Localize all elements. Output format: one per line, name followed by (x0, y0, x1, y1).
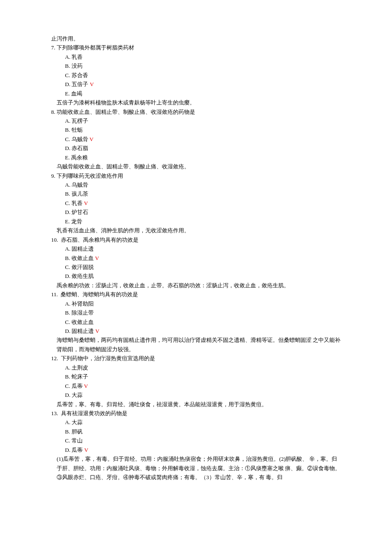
option-text: 大蒜 (72, 392, 83, 398)
option-label: B. (65, 428, 72, 435)
option-line: D. 瓜蒂 V (65, 445, 341, 454)
option-line: A. 瓦楞子 (65, 116, 341, 125)
option-text: 乌贼骨 (72, 136, 88, 142)
question-stem: 9. 下列哪味药无收涩敛疮作用 (51, 171, 341, 180)
option-text: 没药 (72, 63, 83, 69)
option-text: 孩儿茶 (72, 191, 88, 197)
option-line: C. 乌贼骨 V (65, 135, 341, 144)
option-label: A. (65, 301, 72, 307)
explanation-text: 禹余粮的功效：涩肠止泻，收敛止血，止带。赤石脂的功效：涩肠止泻，收敛止血，敛疮生… (57, 281, 341, 290)
option-text: 瓜蒂 (72, 447, 83, 453)
option-line: A. 乌贼骨 (65, 180, 341, 189)
question-stem: 12. 下列药物中，治疗湿热黄疸宜选用的是 (51, 354, 341, 363)
option-text: 大蒜 (72, 419, 83, 425)
option-line: D. 赤石脂 (65, 144, 341, 153)
option-label: C. (65, 319, 72, 325)
option-text: 乳香 (72, 54, 83, 60)
option-text: 补肾助阳 (72, 301, 94, 307)
correct-mark-icon: V (84, 383, 88, 389)
explanation-text: 乳香有活血止痛、消肿生肌的作用，无收涩敛疮作用。 (57, 226, 341, 235)
question-stem: 7. 下列除哪项外都属于树脂类药材 (51, 43, 341, 52)
question-number: 10. (51, 237, 60, 243)
option-line: A. 大蒜 (65, 418, 341, 427)
question-number: 7. (51, 44, 57, 51)
option-line: D. 固精止遗 V (65, 327, 341, 335)
question-stem: 8. 功能收敛止血、固精止带、制酸止痛、收湿敛疮的药物是 (51, 107, 341, 116)
correct-mark-icon: V (84, 447, 88, 453)
option-line: D. 炉甘石 (65, 208, 341, 217)
option-text: 瓦楞子 (72, 118, 88, 124)
option-text: 赤石脂 (72, 145, 88, 151)
option-text: 固精止遗 (72, 328, 94, 334)
option-label: B. (65, 63, 72, 69)
fragment-prev-page: 止泻作用。 (51, 34, 341, 43)
option-label: D. (65, 273, 72, 279)
option-label: E. (65, 154, 71, 161)
option-label: C. (65, 72, 72, 78)
option-text: 血竭 (71, 90, 82, 97)
option-text: 五倍子 (72, 81, 88, 87)
option-label: E. (65, 218, 71, 225)
question-number: 11. (51, 291, 59, 298)
option-line: D. 大蒜 (65, 390, 341, 399)
option-text: 固精止遗 (72, 246, 94, 252)
correct-mark-icon: V (95, 255, 99, 261)
option-line: A. 固精止遗 (65, 244, 341, 253)
question-stem: 13. 具有祛湿退黄功效的药物是 (51, 409, 341, 418)
correct-mark-icon: V (89, 136, 93, 142)
option-label: C. (65, 437, 72, 444)
option-line: C. 收敛止血 (65, 318, 341, 327)
explanation-text: 五倍子为漆树科植物盐肤木或青麸杨等叶上寄生的虫瘿。 (57, 98, 341, 107)
question-text: 赤石脂、禹余粮均具有的功效是 (60, 237, 138, 243)
option-label: C. (65, 264, 72, 270)
question-stem: 10. 赤石脂、禹余粮均具有的功效是 (51, 235, 341, 244)
option-text: 乳香 (72, 200, 83, 206)
correct-mark-icon: V (90, 81, 94, 87)
option-line: E. 血竭 (65, 89, 341, 98)
option-line: C. 敛汗固脱 (65, 263, 341, 272)
option-label: B. (65, 127, 72, 133)
question-number: 9. (51, 173, 57, 179)
option-text: 收敛止血 (72, 319, 94, 325)
explanation-text: 海螵蛸与桑螵蛸，两药均有固精止遗作用，均可用以治疗肾虚精关不固之遗精、滑精等证。… (57, 335, 341, 354)
question-text: 下列除哪项外都属于树脂类药材 (57, 44, 134, 51)
option-line: D. 五倍子 V (65, 80, 341, 89)
question-text: 具有祛湿退黄功效的药物是 (60, 410, 127, 416)
question-number: 8. (51, 109, 57, 115)
option-text: 苏合香 (72, 72, 88, 78)
option-line: B. 孩儿茶 (65, 189, 341, 198)
option-label: A. (65, 364, 72, 371)
option-text: 炉甘石 (72, 209, 88, 215)
option-text: 敛汗固脱 (72, 264, 94, 270)
option-label: A. (65, 54, 72, 60)
option-label: C. (65, 136, 72, 142)
option-label: C. (65, 383, 72, 389)
option-label: E. (65, 90, 71, 97)
option-label: C. (65, 200, 72, 206)
option-text: 土荆皮 (72, 364, 88, 371)
option-text: 龙骨 (71, 218, 82, 225)
option-text: 乌贼骨 (72, 182, 88, 188)
option-text: 瓜蒂 (72, 383, 83, 389)
option-line: B. 蛇床子 (65, 372, 341, 381)
question-stem: 11. 桑螵蛸、海螵蛸均具有的功效是 (51, 290, 341, 299)
question-text: 桑螵蛸、海螵蛸均具有的功效是 (59, 291, 138, 298)
option-text: 胆矾 (72, 428, 83, 435)
option-line: A. 乳香 (65, 52, 341, 61)
option-line: B. 收敛止血 V (65, 254, 341, 263)
option-label: B. (65, 309, 72, 316)
option-line: E. 龙骨 (65, 217, 341, 226)
option-text: 常山 (72, 437, 83, 444)
option-label: A. (65, 118, 72, 124)
option-text: 禹余粮 (71, 154, 88, 161)
option-label: D. (65, 145, 72, 151)
question-text: 下列哪味药无收涩敛疮作用 (57, 173, 123, 179)
option-line: B. 胆矾 (65, 427, 341, 436)
option-line: C. 瓜蒂 V (65, 382, 341, 390)
option-text: 敛疮生肌 (72, 273, 94, 279)
option-label: D. (65, 447, 72, 453)
option-label: B. (65, 255, 72, 261)
explanation-text: 乌贼骨能收敛止血、固精止带、制酸止痛、收湿敛疮。 (57, 162, 341, 171)
option-text: 收敛止血 (72, 255, 94, 261)
option-label: D. (65, 328, 72, 334)
